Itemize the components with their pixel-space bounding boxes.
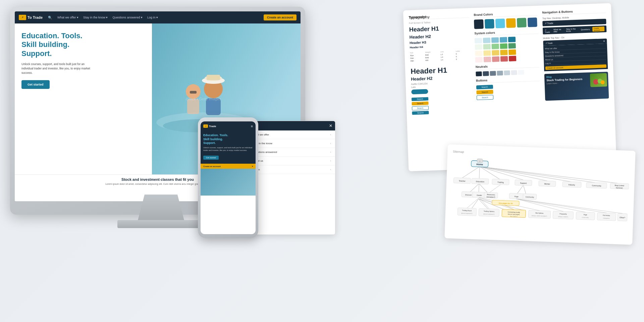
svg-text:Blog (Linked: Blog (Linked <box>614 184 624 186</box>
brand-colors-title: Brand Colors <box>474 11 537 18</box>
sys-swatch-4 <box>500 37 507 43</box>
svg-text:Trading Room: Trading Room <box>462 210 472 212</box>
sys-swatch-1 <box>475 38 482 44</box>
sys-swatch-8 <box>491 44 499 49</box>
monitor-stand <box>138 195 184 221</box>
nav-search-icon[interactable]: 🔍 <box>48 16 52 19</box>
desktop-nav-logo-preview: ↗ Trade <box>544 20 604 25</box>
svg-text:Poll Article: Poll Article <box>603 215 610 217</box>
svg-text:Community: Community <box>582 216 589 218</box>
mobile-logo-text: Trade <box>209 125 216 128</box>
mobile-hero-btn[interactable]: Get started <box>203 156 219 160</box>
svg-rect-78 <box>576 212 595 220</box>
svg-line-27 <box>478 199 489 210</box>
svg-text:Community: Community <box>525 196 534 198</box>
svg-rect-5 <box>207 75 220 80</box>
chevron-right-icon-3: › <box>330 159 331 162</box>
bottom-text: Lorem ipsum dolor sit amet, consectetur … <box>105 183 210 185</box>
type-col-3: Line <box>440 50 455 53</box>
svg-line-26 <box>471 199 478 209</box>
nav-item-login[interactable]: Log in ▾ <box>147 16 158 19</box>
svg-text:⌂: ⌂ <box>479 160 481 162</box>
chevron-right-icon-2: › <box>330 151 331 154</box>
nav-preview-full: ↗ Trade What we offer Stay in the know Q… <box>543 25 607 35</box>
full-screen-label: Full Screen & Tables <box>409 20 469 24</box>
svg-text:Details: Details <box>477 194 482 197</box>
search-btn-2[interactable]: Search <box>412 101 428 105</box>
close-icon[interactable]: ✕ <box>329 123 332 128</box>
hero-cta-button[interactable]: Get started <box>21 80 50 89</box>
type-val-1: 32px <box>410 54 425 57</box>
mobile-create-label: Create an account <box>203 165 221 167</box>
logo-icon: ↗ <box>19 15 26 20</box>
neutrals-section: Neutrals <box>476 63 540 76</box>
search-btn-4[interactable]: Search <box>412 111 429 115</box>
neutral-swatches <box>476 69 539 76</box>
nav-item-questions[interactable]: Questions answered ▾ <box>112 16 143 19</box>
typography-doc: Typography Typography Full Screen & Tabl… <box>403 3 616 171</box>
svg-rect-65 <box>479 208 499 216</box>
svg-text:Mentor: Mentor <box>544 183 550 185</box>
logo-text: To Trade <box>28 15 43 19</box>
neutral-5 <box>504 70 510 75</box>
nav-cta-button[interactable]: Create an account <box>264 14 297 20</box>
brand-swatch-lightblue <box>495 18 505 28</box>
brand-swatch-blue <box>528 17 537 27</box>
brand-swatch-yellow <box>506 18 516 28</box>
svg-text:Site Options: Site Options <box>535 212 544 214</box>
sys-swatch-20 <box>509 56 517 61</box>
sys-swatch-11 <box>475 51 483 56</box>
nav-item-stay-in-know[interactable]: Stay in the know ▾ <box>83 16 108 19</box>
btn-example-outline: Search <box>477 95 493 100</box>
design-documents: Typography Typography Full Screen & Tabl… <box>406 7 634 241</box>
mobile-menu-icon[interactable]: ≡ <box>251 124 253 128</box>
mobile-hero-sub: Unlock courses, support, and tools built… <box>203 147 253 152</box>
neutrals-title: Neutrals <box>476 63 539 70</box>
large-header-text: Header H1 <box>411 65 471 76</box>
mobile-hero-title: Education. Tools.Skill building.Support. <box>203 133 253 145</box>
nav-buttons-panel: Navigation & Buttons Top Nav: Desktop, M… <box>542 9 609 101</box>
svg-text:Support: Support <box>520 182 527 184</box>
chevron-right-icon-0: › <box>330 133 331 136</box>
type-col-2: Weight <box>425 51 440 53</box>
sys-swatch-7 <box>483 44 491 50</box>
type-val-4: 0 <box>456 52 471 55</box>
mobile-create-account-bar[interactable]: Create an account ▾ <box>201 164 256 169</box>
search-btn-3[interactable]: Search <box>412 106 429 110</box>
mobile-logo[interactable]: ↗ Trade <box>203 124 216 128</box>
button-examples: Search Search Search <box>476 83 540 100</box>
nav-item-what-we-offer[interactable]: What we offer ▾ <box>57 16 78 19</box>
svg-rect-62 <box>458 208 477 216</box>
svg-line-17 <box>479 167 548 181</box>
mobile-screen: ↗ Trade ≡ Education. Tools.Skill buildin… <box>201 121 256 234</box>
type-val-8: 0 <box>456 55 471 58</box>
nav-logo[interactable]: ↗ To Trade <box>19 15 43 20</box>
sys-swatch-13 <box>492 50 499 56</box>
sys-swatch-15 <box>508 49 516 55</box>
svg-text:Frequently: Frequently <box>559 213 567 215</box>
search-btn-1[interactable]: Search <box>412 97 428 101</box>
mobile-hero: Education. Tools.Skill building.Support.… <box>201 131 256 164</box>
brand-colors-panel: Brand Colors System colors <box>474 11 540 100</box>
svg-line-14 <box>479 167 480 179</box>
sitemap-svg: Home ⌂ Teacher Education Trading Support… <box>450 156 630 229</box>
mobile-nav-logo-preview: ↗ Trade <box>545 42 552 44</box>
neutral-6 <box>511 70 517 75</box>
typo-h1: Header H1 <box>409 24 470 33</box>
nav-p-1: What we offer <box>553 28 564 33</box>
svg-text:Community: Community <box>592 184 601 187</box>
svg-text:Page: Page <box>515 196 519 198</box>
sys-swatch-5 <box>508 37 516 42</box>
svg-line-15 <box>479 167 500 179</box>
svg-line-86 <box>467 197 479 209</box>
neutral-2 <box>483 71 489 76</box>
type-val-7: 1.3 <box>441 56 455 58</box>
sys-swatch-18 <box>492 56 500 62</box>
svg-text:Site Options: Site Options <box>510 215 517 217</box>
svg-text:Resources: Resources <box>487 194 495 196</box>
brand-swatch-green <box>517 18 527 28</box>
mobile-nav-cta: Create an account <box>545 64 606 70</box>
neutral-4 <box>497 71 503 76</box>
svg-rect-9 <box>190 91 197 94</box>
sitemap-doc: Sitemap <box>444 144 635 245</box>
